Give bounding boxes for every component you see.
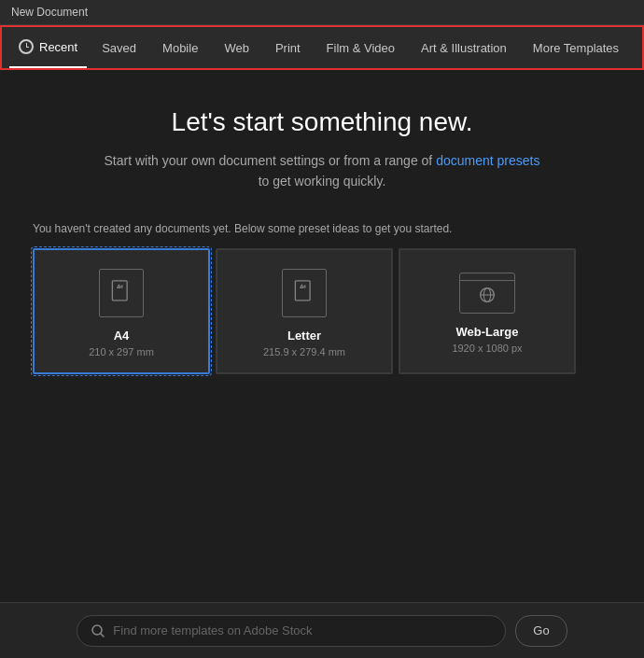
preset-hint: You haven't created any documents yet. B… xyxy=(33,222,611,235)
letter-card-icon xyxy=(282,269,327,317)
web-large-card-icon xyxy=(459,273,515,314)
tab-mobile[interactable]: Mobile xyxy=(151,27,209,68)
hero-subtitle: Start with your own document settings or… xyxy=(98,150,546,192)
main-content: Let's start something new. Start with yo… xyxy=(0,70,644,393)
a4-icon-svg xyxy=(108,280,134,306)
window-title: New Document xyxy=(11,6,88,19)
a4-label: A4 xyxy=(114,329,130,343)
a4-card-icon xyxy=(99,269,144,317)
page-wrapper: New Document Recent Saved Mobile Web Pri… xyxy=(0,0,644,658)
a4-size: 210 x 297 mm xyxy=(89,346,154,357)
preset-cards: A4 210 x 297 mm Letter 215.9 x 279 xyxy=(33,248,611,374)
search-container xyxy=(77,615,506,647)
tab-film-video[interactable]: Film & Video xyxy=(315,27,406,68)
hero-subtitle-after: to get working quickly. xyxy=(259,174,386,189)
title-bar: New Document xyxy=(0,0,644,25)
stock-search-input[interactable] xyxy=(113,623,492,637)
hero-subtitle-before: Start with your own document settings or… xyxy=(105,153,437,168)
document-presets-link[interactable]: document presets xyxy=(436,153,539,168)
preset-card-letter[interactable]: Letter 215.9 x 279.4 mm xyxy=(216,248,393,374)
preset-section: You haven't created any documents yet. B… xyxy=(33,222,611,374)
tab-print[interactable]: Print xyxy=(264,27,312,68)
tab-web[interactable]: Web xyxy=(213,27,260,68)
letter-size: 215.9 x 279.4 mm xyxy=(263,346,345,357)
bottom-bar: Go xyxy=(0,602,644,658)
go-button[interactable]: Go xyxy=(515,615,567,647)
tab-art-illustration[interactable]: Art & Illustration xyxy=(410,27,518,68)
letter-label: Letter xyxy=(287,329,321,343)
svg-rect-0 xyxy=(112,281,127,301)
web-large-label: Web-Large xyxy=(456,325,519,339)
svg-line-8 xyxy=(101,634,104,637)
search-icon xyxy=(91,623,105,638)
svg-rect-2 xyxy=(295,281,310,301)
tab-more-templates[interactable]: More Templates xyxy=(522,27,630,68)
clock-icon xyxy=(19,39,34,54)
web-titlebar-decoration xyxy=(460,273,514,281)
web-large-size: 1920 x 1080 px xyxy=(452,343,522,354)
preset-card-web-large[interactable]: Web-Large 1920 x 1080 px xyxy=(399,248,576,374)
globe-icon-svg xyxy=(477,285,497,305)
letter-icon-svg xyxy=(291,280,317,306)
tab-saved[interactable]: Saved xyxy=(91,27,147,68)
preset-card-a4[interactable]: A4 210 x 297 mm xyxy=(33,248,210,374)
tab-recent[interactable]: Recent xyxy=(9,27,87,68)
hero-title: Let's start something new. xyxy=(172,107,473,137)
tab-recent-label: Recent xyxy=(39,40,77,54)
tabs-bar: Recent Saved Mobile Web Print Film & Vid… xyxy=(0,25,644,70)
